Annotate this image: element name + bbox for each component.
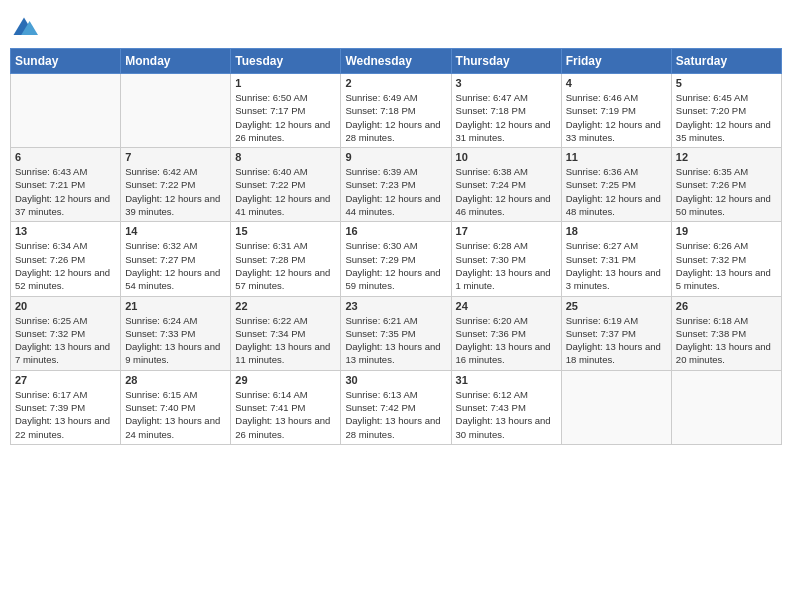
calendar-cell: 14Sunrise: 6:32 AM Sunset: 7:27 PM Dayli… (121, 222, 231, 296)
day-header-friday: Friday (561, 49, 671, 74)
day-info: Sunrise: 6:21 AM Sunset: 7:35 PM Dayligh… (345, 314, 446, 367)
calendar-cell: 24Sunrise: 6:20 AM Sunset: 7:36 PM Dayli… (451, 296, 561, 370)
day-number: 15 (235, 225, 336, 237)
calendar-week-row: 13Sunrise: 6:34 AM Sunset: 7:26 PM Dayli… (11, 222, 782, 296)
day-header-sunday: Sunday (11, 49, 121, 74)
logo-icon (10, 14, 38, 42)
day-info: Sunrise: 6:36 AM Sunset: 7:25 PM Dayligh… (566, 165, 667, 218)
day-number: 25 (566, 300, 667, 312)
day-number: 9 (345, 151, 446, 163)
calendar-cell: 15Sunrise: 6:31 AM Sunset: 7:28 PM Dayli… (231, 222, 341, 296)
day-info: Sunrise: 6:22 AM Sunset: 7:34 PM Dayligh… (235, 314, 336, 367)
calendar-cell (671, 370, 781, 444)
day-number: 18 (566, 225, 667, 237)
calendar-cell: 31Sunrise: 6:12 AM Sunset: 7:43 PM Dayli… (451, 370, 561, 444)
day-header-tuesday: Tuesday (231, 49, 341, 74)
day-info: Sunrise: 6:27 AM Sunset: 7:31 PM Dayligh… (566, 239, 667, 292)
day-number: 3 (456, 77, 557, 89)
calendar-cell: 26Sunrise: 6:18 AM Sunset: 7:38 PM Dayli… (671, 296, 781, 370)
day-header-wednesday: Wednesday (341, 49, 451, 74)
day-info: Sunrise: 6:24 AM Sunset: 7:33 PM Dayligh… (125, 314, 226, 367)
day-number: 7 (125, 151, 226, 163)
day-info: Sunrise: 6:28 AM Sunset: 7:30 PM Dayligh… (456, 239, 557, 292)
day-number: 16 (345, 225, 446, 237)
calendar-cell: 9Sunrise: 6:39 AM Sunset: 7:23 PM Daylig… (341, 148, 451, 222)
calendar-week-row: 27Sunrise: 6:17 AM Sunset: 7:39 PM Dayli… (11, 370, 782, 444)
calendar-cell: 8Sunrise: 6:40 AM Sunset: 7:22 PM Daylig… (231, 148, 341, 222)
day-info: Sunrise: 6:15 AM Sunset: 7:40 PM Dayligh… (125, 388, 226, 441)
calendar-cell: 12Sunrise: 6:35 AM Sunset: 7:26 PM Dayli… (671, 148, 781, 222)
day-number: 21 (125, 300, 226, 312)
calendar-table: SundayMondayTuesdayWednesdayThursdayFrid… (10, 48, 782, 445)
day-info: Sunrise: 6:18 AM Sunset: 7:38 PM Dayligh… (676, 314, 777, 367)
day-number: 30 (345, 374, 446, 386)
calendar-cell: 22Sunrise: 6:22 AM Sunset: 7:34 PM Dayli… (231, 296, 341, 370)
day-info: Sunrise: 6:38 AM Sunset: 7:24 PM Dayligh… (456, 165, 557, 218)
calendar-cell: 18Sunrise: 6:27 AM Sunset: 7:31 PM Dayli… (561, 222, 671, 296)
calendar-cell: 2Sunrise: 6:49 AM Sunset: 7:18 PM Daylig… (341, 74, 451, 148)
day-info: Sunrise: 6:30 AM Sunset: 7:29 PM Dayligh… (345, 239, 446, 292)
day-info: Sunrise: 6:14 AM Sunset: 7:41 PM Dayligh… (235, 388, 336, 441)
calendar-cell: 6Sunrise: 6:43 AM Sunset: 7:21 PM Daylig… (11, 148, 121, 222)
day-info: Sunrise: 6:39 AM Sunset: 7:23 PM Dayligh… (345, 165, 446, 218)
day-number: 22 (235, 300, 336, 312)
day-info: Sunrise: 6:40 AM Sunset: 7:22 PM Dayligh… (235, 165, 336, 218)
day-number: 28 (125, 374, 226, 386)
day-number: 31 (456, 374, 557, 386)
calendar-cell: 25Sunrise: 6:19 AM Sunset: 7:37 PM Dayli… (561, 296, 671, 370)
calendar-cell (121, 74, 231, 148)
calendar-week-row: 6Sunrise: 6:43 AM Sunset: 7:21 PM Daylig… (11, 148, 782, 222)
day-info: Sunrise: 6:46 AM Sunset: 7:19 PM Dayligh… (566, 91, 667, 144)
day-number: 1 (235, 77, 336, 89)
day-number: 13 (15, 225, 116, 237)
calendar-cell: 5Sunrise: 6:45 AM Sunset: 7:20 PM Daylig… (671, 74, 781, 148)
day-number: 20 (15, 300, 116, 312)
day-number: 23 (345, 300, 446, 312)
day-info: Sunrise: 6:17 AM Sunset: 7:39 PM Dayligh… (15, 388, 116, 441)
calendar-cell: 7Sunrise: 6:42 AM Sunset: 7:22 PM Daylig… (121, 148, 231, 222)
day-number: 5 (676, 77, 777, 89)
calendar-cell (11, 74, 121, 148)
day-number: 8 (235, 151, 336, 163)
calendar-cell: 27Sunrise: 6:17 AM Sunset: 7:39 PM Dayli… (11, 370, 121, 444)
day-info: Sunrise: 6:34 AM Sunset: 7:26 PM Dayligh… (15, 239, 116, 292)
calendar-cell: 29Sunrise: 6:14 AM Sunset: 7:41 PM Dayli… (231, 370, 341, 444)
calendar-cell: 20Sunrise: 6:25 AM Sunset: 7:32 PM Dayli… (11, 296, 121, 370)
day-info: Sunrise: 6:35 AM Sunset: 7:26 PM Dayligh… (676, 165, 777, 218)
calendar-cell: 28Sunrise: 6:15 AM Sunset: 7:40 PM Dayli… (121, 370, 231, 444)
day-number: 26 (676, 300, 777, 312)
calendar-cell: 30Sunrise: 6:13 AM Sunset: 7:42 PM Dayli… (341, 370, 451, 444)
calendar-cell: 4Sunrise: 6:46 AM Sunset: 7:19 PM Daylig… (561, 74, 671, 148)
calendar-header-row: SundayMondayTuesdayWednesdayThursdayFrid… (11, 49, 782, 74)
calendar-cell: 13Sunrise: 6:34 AM Sunset: 7:26 PM Dayli… (11, 222, 121, 296)
day-number: 4 (566, 77, 667, 89)
day-info: Sunrise: 6:19 AM Sunset: 7:37 PM Dayligh… (566, 314, 667, 367)
day-number: 14 (125, 225, 226, 237)
day-number: 19 (676, 225, 777, 237)
day-number: 2 (345, 77, 446, 89)
day-info: Sunrise: 6:25 AM Sunset: 7:32 PM Dayligh… (15, 314, 116, 367)
calendar-cell (561, 370, 671, 444)
day-info: Sunrise: 6:50 AM Sunset: 7:17 PM Dayligh… (235, 91, 336, 144)
page-header (10, 10, 782, 42)
calendar-cell: 11Sunrise: 6:36 AM Sunset: 7:25 PM Dayli… (561, 148, 671, 222)
day-number: 27 (15, 374, 116, 386)
calendar-cell: 3Sunrise: 6:47 AM Sunset: 7:18 PM Daylig… (451, 74, 561, 148)
day-header-saturday: Saturday (671, 49, 781, 74)
day-number: 12 (676, 151, 777, 163)
day-info: Sunrise: 6:47 AM Sunset: 7:18 PM Dayligh… (456, 91, 557, 144)
calendar-cell: 10Sunrise: 6:38 AM Sunset: 7:24 PM Dayli… (451, 148, 561, 222)
day-info: Sunrise: 6:49 AM Sunset: 7:18 PM Dayligh… (345, 91, 446, 144)
calendar-week-row: 1Sunrise: 6:50 AM Sunset: 7:17 PM Daylig… (11, 74, 782, 148)
day-info: Sunrise: 6:43 AM Sunset: 7:21 PM Dayligh… (15, 165, 116, 218)
day-number: 29 (235, 374, 336, 386)
day-number: 11 (566, 151, 667, 163)
calendar-cell: 16Sunrise: 6:30 AM Sunset: 7:29 PM Dayli… (341, 222, 451, 296)
day-number: 10 (456, 151, 557, 163)
calendar-cell: 17Sunrise: 6:28 AM Sunset: 7:30 PM Dayli… (451, 222, 561, 296)
day-number: 17 (456, 225, 557, 237)
calendar-cell: 23Sunrise: 6:21 AM Sunset: 7:35 PM Dayli… (341, 296, 451, 370)
day-header-thursday: Thursday (451, 49, 561, 74)
day-info: Sunrise: 6:32 AM Sunset: 7:27 PM Dayligh… (125, 239, 226, 292)
day-info: Sunrise: 6:26 AM Sunset: 7:32 PM Dayligh… (676, 239, 777, 292)
